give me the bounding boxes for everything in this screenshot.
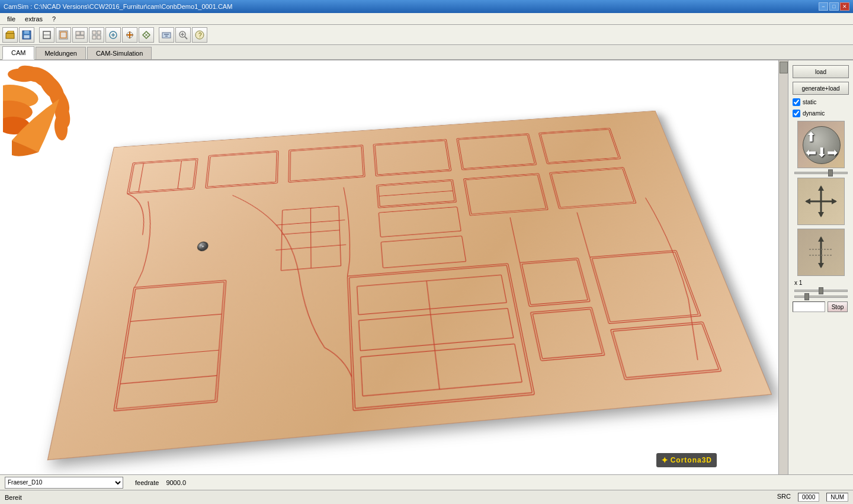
- rotation-control[interactable]: ⬆⬅⬇➡: [797, 121, 845, 168]
- tb-open[interactable]: [2, 27, 18, 43]
- svg-rect-19: [162, 33, 171, 38]
- rotate-arrows: ⬆⬅⬇➡: [806, 130, 838, 160]
- tb-btn10[interactable]: [159, 27, 174, 43]
- tb-btn4[interactable]: [56, 27, 71, 43]
- svg-line-61: [130, 314, 222, 321]
- svg-rect-14: [92, 36, 96, 39]
- src-label: SRC: [777, 493, 791, 502]
- svg-rect-56: [466, 175, 546, 214]
- feedrate-value: 9000.0: [166, 479, 186, 486]
- close-button[interactable]: ✕: [840, 2, 849, 11]
- svg-rect-10: [81, 31, 84, 35]
- router-bit: [195, 240, 210, 252]
- titlebar: CamSim : C:\NCAD Versions\CCW2016_Furnit…: [0, 0, 853, 13]
- svg-line-69: [426, 281, 440, 389]
- pan-control[interactable]: [797, 178, 845, 225]
- svg-rect-66: [357, 275, 507, 314]
- load-button[interactable]: load: [793, 65, 849, 78]
- toolbar: ?: [0, 25, 853, 45]
- dynamic-label: dynamic: [803, 110, 825, 117]
- tab-cam[interactable]: CAM: [2, 46, 34, 60]
- generate-load-button[interactable]: generate+load: [793, 82, 849, 95]
- tb-btn7[interactable]: [105, 27, 121, 43]
- cortona-badge: ✦ Cortona3D: [656, 453, 717, 467]
- svg-rect-54: [381, 236, 466, 268]
- status-text: Bereit: [5, 494, 22, 501]
- svg-rect-71: [522, 259, 588, 304]
- svg-rect-53: [379, 207, 461, 237]
- tb-btn11[interactable]: [175, 27, 191, 43]
- svg-rect-13: [97, 31, 101, 34]
- feedrate-label: feedrate: [135, 479, 159, 486]
- tb-btn3[interactable]: [39, 27, 54, 43]
- svg-rect-4: [24, 35, 30, 38]
- menu-file[interactable]: file: [2, 14, 20, 24]
- svg-marker-94: [818, 236, 824, 242]
- position-value[interactable]: 23.956: [793, 301, 825, 312]
- svg-rect-3: [24, 31, 29, 34]
- tb-btn8[interactable]: [122, 27, 137, 43]
- svg-line-63: [120, 375, 217, 384]
- tab-cam-simulation[interactable]: CAM-Simulation: [87, 47, 152, 59]
- svg-rect-12: [92, 31, 96, 34]
- svg-rect-65: [349, 265, 533, 408]
- svg-line-84: [510, 217, 520, 262]
- speed-label: x 1: [794, 280, 802, 286]
- svg-line-52: [379, 191, 453, 196]
- tilt-control[interactable]: [797, 229, 845, 276]
- tabs: CAM Meldungen CAM-Simulation: [0, 45, 853, 60]
- tb-btn6[interactable]: [89, 27, 104, 43]
- tb-help[interactable]: ?: [192, 27, 207, 43]
- svg-rect-73: [533, 309, 602, 358]
- svg-line-83: [577, 212, 590, 257]
- board-3d: [47, 110, 772, 460]
- tb-btn5[interactable]: [72, 27, 88, 43]
- src-value: 0000: [798, 493, 819, 502]
- viewport-scrollbar[interactable]: [778, 60, 788, 474]
- svg-line-21: [185, 37, 187, 39]
- svg-marker-90: [818, 212, 824, 217]
- window-title: CamSim : C:\NCAD Versions\CCW2016_Furnit…: [4, 3, 819, 10]
- svg-rect-72: [530, 307, 604, 360]
- rotation-slider[interactable]: [794, 172, 848, 174]
- svg-marker-1: [6, 31, 14, 33]
- svg-rect-47: [458, 134, 535, 168]
- svg-marker-89: [818, 185, 824, 191]
- static-label: static: [803, 99, 816, 105]
- svg-line-39: [178, 160, 181, 188]
- svg-rect-43: [290, 146, 363, 181]
- stop-button[interactable]: Stop: [828, 301, 848, 312]
- minimize-button[interactable]: −: [819, 2, 828, 11]
- svg-rect-68: [361, 344, 522, 396]
- tool-select[interactable]: Fraeser_D10: [5, 477, 123, 489]
- dynamic-row: dynamic: [793, 110, 849, 117]
- viewport-3d[interactable]: ✦ Cortona3D: [0, 60, 788, 474]
- svg-rect-49: [541, 129, 619, 162]
- tb-save[interactable]: [19, 27, 34, 43]
- statusbar: Bereit SRC 0000 NUM: [0, 490, 853, 504]
- status-right: SRC 0000 NUM: [777, 493, 848, 502]
- right-panel: load generate+load static dynamic ⬆⬅⬇➡: [788, 60, 853, 474]
- svg-rect-74: [590, 250, 701, 323]
- menu-extras[interactable]: extras: [20, 14, 47, 24]
- tab-meldungen[interactable]: Meldungen: [36, 47, 85, 59]
- svg-rect-67: [359, 308, 514, 351]
- svg-line-38: [139, 163, 143, 191]
- speed-slider[interactable]: [794, 290, 848, 292]
- svg-rect-75: [592, 252, 698, 322]
- maximize-button[interactable]: □: [829, 2, 839, 11]
- static-checkbox[interactable]: [793, 98, 800, 106]
- dynamic-checkbox[interactable]: [793, 110, 800, 117]
- svg-marker-92: [832, 198, 837, 204]
- menubar: file extras ?: [0, 13, 853, 25]
- svg-rect-0: [6, 33, 14, 38]
- menu-help[interactable]: ?: [47, 14, 60, 24]
- svg-rect-60: [116, 282, 225, 409]
- tb-btn9[interactable]: [139, 27, 154, 43]
- value-row: 23.956 Stop: [793, 301, 849, 312]
- comb-logo: [3, 63, 71, 177]
- position-slider[interactable]: [794, 296, 848, 298]
- svg-rect-41: [207, 152, 277, 186]
- svg-line-62: [124, 350, 219, 358]
- svg-rect-11: [76, 36, 84, 38]
